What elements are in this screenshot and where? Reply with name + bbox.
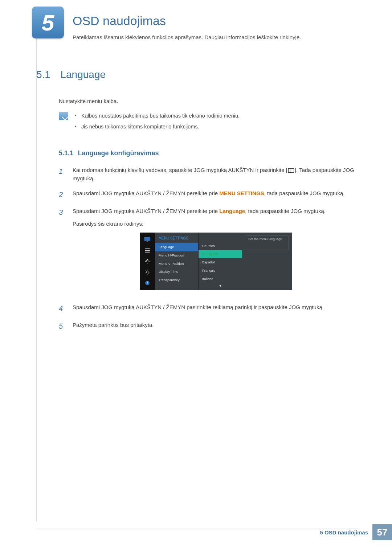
step-text: Pažymėta parinktis bus pritaikyta. <box>73 321 359 332</box>
step-number: 4 <box>59 303 66 314</box>
step-item: 5 Pažymėta parinktis bus pritaikyta. <box>59 321 359 332</box>
osd-hint-text: Set the menu language. <box>246 235 289 250</box>
step-text: , tada paspauskite JOG mygtuką. <box>245 208 326 214</box>
note-block: Kalbos nuostatos pakeitimas bus taikomas… <box>59 112 359 134</box>
svg-rect-6 <box>146 260 148 262</box>
chapter-description: Pateikiamas išsamus kiekvienos funkcijos… <box>73 34 301 40</box>
note-item: Kalbos nuostatos pakeitimas bus taikomas… <box>75 112 240 119</box>
osd-option: Español <box>199 258 242 267</box>
step-number: 2 <box>59 189 66 200</box>
step-item: 4 Spausdami JOG mygtuką AUKŠTYN / ŽEMYN … <box>59 303 359 314</box>
highlight-menu-settings: MENU SETTINGS <box>219 190 264 196</box>
osd-options-column: Deutsch English Español Français Italian… <box>199 233 242 290</box>
svg-text:i: i <box>147 281 148 285</box>
subsection-title: Language konfigūravimas <box>78 149 159 157</box>
step-text: , tada paspauskite JOG mygtuką. <box>264 190 345 196</box>
osd-screenshot: i MENU SETTINGS Language Menu H-Position… <box>140 233 292 290</box>
section-number: 5.1 <box>36 69 59 81</box>
osd-menu-column: MENU SETTINGS Language Menu H-Position M… <box>155 233 199 290</box>
section-description: Nustatykite meniu kalbą. <box>59 98 359 104</box>
page-footer: 5 OSD naudojimas 57 <box>36 529 392 543</box>
menu-icon <box>288 168 294 173</box>
svg-rect-3 <box>145 248 150 249</box>
step-text: Spausdami JOG mygtuką AUKŠTYN / ŽEMYN pa… <box>73 303 359 314</box>
osd-menu-item: Menu V-Position <box>155 260 198 268</box>
step-text: Spausdami JOG mygtuką AUKŠTYN / ŽEMYN pe… <box>73 208 219 214</box>
osd-option-selected: English <box>199 250 242 258</box>
osd-menu-item: Display Time <box>155 268 198 276</box>
step-number: 3 <box>59 207 66 296</box>
section-heading: 5.1 Language <box>36 69 359 81</box>
step-item: 1 Kai rodomas funkcinių klavišų vadovas,… <box>59 166 359 183</box>
step-item: 3 Spausdami JOG mygtuką AUKŠTYN / ŽEMYN … <box>59 207 359 296</box>
chevron-down-icon: ▼ <box>199 283 242 290</box>
svg-rect-1 <box>145 237 150 241</box>
subsection-number: 5.1.1 <box>59 149 73 157</box>
osd-menu-item: Transparency <box>155 276 198 284</box>
note-item: Jis nebus taikomas kitoms kompiuterio fu… <box>75 123 240 130</box>
note-icon <box>59 112 68 120</box>
svg-rect-5 <box>145 251 150 252</box>
osd-menu-item: Menu H-Position <box>155 251 198 260</box>
info-icon: i <box>143 280 151 286</box>
section-title: Language <box>60 69 106 80</box>
monitor-icon <box>143 236 151 243</box>
step-text: Spausdami JOG mygtuką AUKŠTYN / ŽEMYN pe… <box>73 190 219 196</box>
osd-hint-column: Set the menu language. <box>242 233 292 290</box>
footer-page-number: 57 <box>372 524 392 540</box>
osd-menu-item: Language <box>155 243 198 251</box>
osd-header: MENU SETTINGS <box>155 233 198 243</box>
gear-icon <box>143 269 151 275</box>
osd-option: Français <box>199 267 242 275</box>
svg-point-7 <box>146 271 148 273</box>
osd-option: Deutsch <box>199 242 242 250</box>
osd-option: Italiano <box>199 275 242 283</box>
list-icon <box>143 247 151 254</box>
chapter-title: OSD naudojimas <box>73 14 166 28</box>
move-icon <box>143 258 151 264</box>
svg-rect-4 <box>145 250 150 251</box>
step-number: 1 <box>59 166 66 183</box>
step-text: Pasirodys šis ekrano rodinys: <box>73 219 359 228</box>
chapter-number-badge: 5 <box>32 7 64 38</box>
step-text: Kai rodomas funkcinių klavišų vadovas, s… <box>73 167 287 173</box>
step-number: 5 <box>59 321 66 332</box>
osd-sidebar: i <box>140 233 155 290</box>
highlight-language: Language <box>219 208 245 214</box>
step-item: 2 Spausdami JOG mygtuką AUKŠTYN / ŽEMYN … <box>59 189 359 200</box>
footer-chapter-label: 5 OSD naudojimas <box>320 529 368 535</box>
